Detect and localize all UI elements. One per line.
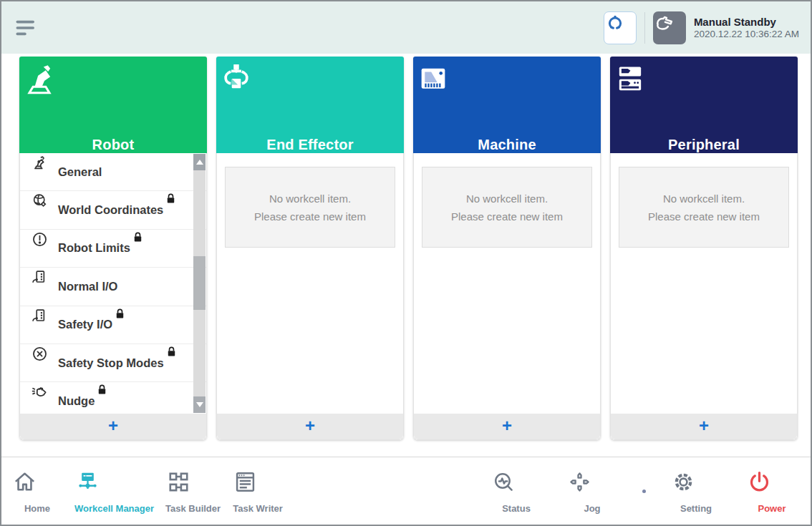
list-item-robot-limits[interactable]: Robot Limits bbox=[20, 230, 206, 268]
power-icon bbox=[746, 469, 798, 498]
list-item-label: World Coordinates bbox=[58, 203, 163, 217]
empty-line-1: No workcell item. bbox=[663, 193, 745, 205]
list-item-safety-io[interactable]: Safety I/O bbox=[20, 306, 206, 344]
robot-arm-icon bbox=[30, 153, 49, 190]
scroll-down-button[interactable] bbox=[193, 396, 206, 413]
column-peripheral-header[interactable]: Peripheral bbox=[610, 57, 798, 153]
lock-icon bbox=[112, 306, 188, 344]
column-machine-header[interactable]: Machine bbox=[413, 57, 601, 153]
column-robot-body: General World Coordinates Robot Limits bbox=[19, 153, 207, 440]
io-icon bbox=[30, 268, 49, 305]
empty-line-1: No workcell item. bbox=[269, 193, 351, 205]
list-item-world-coordinates[interactable]: World Coordinates bbox=[20, 191, 206, 229]
nav-item-task-builder[interactable]: Task Builder bbox=[165, 469, 221, 514]
dot-icon bbox=[642, 490, 646, 493]
robot-list-scrollbar[interactable] bbox=[193, 154, 206, 413]
nav-item-power[interactable]: Power bbox=[746, 469, 798, 514]
top-bar-divider bbox=[644, 12, 645, 44]
add-end-effector-item-button[interactable]: + bbox=[217, 414, 403, 439]
robot-mode-button[interactable] bbox=[604, 11, 637, 44]
bottom-navigation: Home Workcell Manager Task Builder Task … bbox=[1, 457, 811, 525]
robot-status-title: Manual Standby bbox=[694, 16, 799, 27]
plus-icon: + bbox=[108, 417, 118, 434]
nav-item-workcell-manager[interactable]: Workcell Manager bbox=[74, 469, 154, 514]
nav-label: Workcell Manager bbox=[74, 503, 154, 514]
hamburger-icon bbox=[13, 15, 42, 41]
top-bar-status-group: Manual Standby 2020.12.22 10:36:22 AM bbox=[604, 11, 799, 44]
column-machine-title: Machine bbox=[478, 137, 536, 153]
list-item-label: Normal I/O bbox=[58, 280, 117, 293]
empty-line-1: No workcell item. bbox=[466, 193, 548, 205]
nav-label: Setting bbox=[680, 503, 712, 514]
list-item-label: General bbox=[58, 165, 102, 179]
column-end-effector-header[interactable]: End Effector bbox=[216, 57, 404, 153]
stop-modes-icon bbox=[30, 344, 49, 381]
nav-item-task-writer[interactable]: Task Writer bbox=[232, 469, 284, 514]
teach-pendant-screen: Manual Standby 2020.12.22 10:36:22 AM Ro… bbox=[0, 0, 812, 526]
nav-item-status[interactable]: Status bbox=[490, 469, 542, 514]
column-machine: Machine No workcell item. Please create … bbox=[413, 57, 601, 440]
list-item-safety-stop-modes[interactable]: Safety Stop Modes bbox=[20, 344, 206, 382]
empty-state-message: No workcell item. Please create new item bbox=[225, 167, 395, 248]
nav-label: Task Writer bbox=[233, 503, 283, 514]
jog-icon bbox=[566, 469, 618, 498]
add-peripheral-item-button[interactable]: + bbox=[611, 414, 797, 439]
robot-limits-icon bbox=[30, 230, 49, 267]
column-robot: Robot General World Coordinates bbox=[19, 57, 207, 440]
column-robot-header[interactable]: Robot bbox=[19, 57, 207, 153]
empty-line-2: Please create new item bbox=[254, 210, 366, 223]
status-icon bbox=[490, 469, 542, 498]
workcell-columns: Robot General World Coordinates bbox=[19, 57, 798, 440]
hamburger-menu-button[interactable] bbox=[13, 15, 42, 41]
list-item-label: Nudge bbox=[58, 394, 95, 408]
nav-item-setting[interactable]: Setting bbox=[670, 469, 722, 514]
nav-group-right: Status Jog Setting Power bbox=[490, 469, 798, 514]
robot-status-timestamp: 2020.12.22 10:36:22 AM bbox=[694, 29, 799, 39]
gripper-icon bbox=[604, 12, 636, 44]
nav-item-jog[interactable]: Jog bbox=[566, 469, 618, 514]
list-item-label: Safety Stop Modes bbox=[58, 356, 164, 370]
empty-line-2: Please create new item bbox=[648, 210, 760, 223]
lock-icon bbox=[164, 344, 188, 381]
list-item-normal-io[interactable]: Normal I/O bbox=[20, 268, 206, 306]
list-item-label: Safety I/O bbox=[58, 318, 112, 331]
add-machine-item-button[interactable]: + bbox=[414, 414, 600, 439]
scrollbar-thumb[interactable] bbox=[193, 256, 206, 310]
home-icon bbox=[11, 469, 63, 498]
empty-state-message: No workcell item. Please create new item bbox=[422, 167, 592, 248]
plus-icon: + bbox=[502, 417, 512, 434]
scroll-up-button[interactable] bbox=[193, 154, 206, 170]
manual-mode-badge[interactable] bbox=[653, 11, 686, 44]
nav-label: Power bbox=[758, 503, 786, 514]
workcell-manager-icon bbox=[74, 469, 154, 498]
empty-state-message: No workcell item. Please create new item bbox=[619, 167, 789, 248]
nav-label: Jog bbox=[584, 503, 600, 514]
world-coordinates-icon bbox=[30, 191, 49, 228]
arrow-up-icon bbox=[196, 160, 203, 165]
column-robot-title: Robot bbox=[92, 137, 135, 153]
io-icon bbox=[30, 306, 49, 344]
nav-label: Home bbox=[24, 503, 50, 514]
nav-label: Status bbox=[502, 503, 531, 514]
top-bar: Manual Standby 2020.12.22 10:36:22 AM bbox=[1, 1, 811, 54]
column-end-effector-title: End Effector bbox=[266, 137, 353, 153]
manual-hand-icon bbox=[653, 11, 686, 44]
nav-label: Task Builder bbox=[165, 503, 221, 514]
plus-icon: + bbox=[305, 417, 315, 434]
setting-icon bbox=[670, 469, 722, 498]
nav-item-home[interactable]: Home bbox=[11, 469, 63, 514]
peripheral-icon bbox=[610, 59, 798, 130]
robot-status: Manual Standby 2020.12.22 10:36:22 AM bbox=[694, 16, 799, 39]
lock-icon bbox=[130, 230, 188, 267]
list-item-general[interactable]: General bbox=[20, 153, 206, 191]
lock-icon bbox=[163, 191, 188, 228]
list-item-label: Robot Limits bbox=[58, 241, 130, 255]
add-robot-item-button[interactable]: + bbox=[20, 414, 206, 439]
column-end-effector-body: No workcell item. Please create new item… bbox=[216, 153, 404, 440]
task-builder-icon bbox=[165, 469, 221, 498]
arrow-down-icon bbox=[196, 402, 203, 407]
empty-line-2: Please create new item bbox=[451, 210, 563, 223]
nav-group-left: Home Workcell Manager Task Builder Task … bbox=[11, 469, 284, 514]
column-end-effector: End Effector No workcell item. Please cr… bbox=[216, 57, 404, 440]
column-peripheral: Peripheral No workcell item. Please crea… bbox=[610, 57, 798, 440]
